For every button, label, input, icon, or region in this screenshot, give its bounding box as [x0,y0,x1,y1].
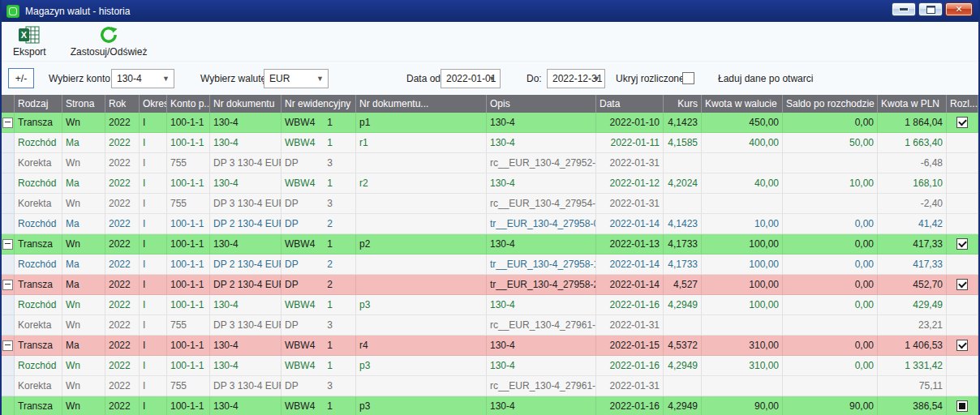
cell-okres: I [140,295,167,315]
doc-type: WBW4 [285,400,315,412]
currency-select[interactable]: EUR ▼ [264,69,329,88]
cell-saldo-po-rozchodzie: 0,00 [783,255,878,275]
column-header-11[interactable]: Kurs [664,95,702,113]
table-row[interactable]: TranszaMa2022I100-1-1DP 2 130-4 EURDP2tr… [2,275,978,295]
column-header-1[interactable]: Rodzaj [15,95,62,113]
table-row[interactable]: KorektaWn2022I755DP 3 130-4 EURDP3rc__EU… [2,315,978,336]
cell-strona: Wn [62,113,105,133]
column-header-6[interactable]: Nr dokumentu [210,95,282,113]
cell-rodzaj: Transza [15,336,62,356]
cell-expander [2,153,15,173]
cell-kwota-w-walucie: 310,00 [702,336,783,356]
table-row[interactable]: TranszaWn2022I100-1-1130-4WBW41p3130-420… [2,396,978,415]
doc-type: WBW4 [285,299,315,310]
expander-icon[interactable] [2,340,13,351]
column-header-12[interactable]: Kwota w walucie [702,95,783,113]
expand-collapse-all-button[interactable]: +/- [8,68,34,88]
cell-konto: 100-1-1 [167,214,210,234]
cell-konto: 755 [167,376,210,396]
column-header-expander[interactable] [2,95,15,113]
column-header-14[interactable]: Kwota w PLN [878,95,947,113]
hide-settled-checkbox[interactable] [682,72,694,84]
account-select[interactable]: 130-4 ▼ [111,69,174,88]
table-row[interactable]: KorektaWn2022I755DP 3 130-4 EURDP3rc__EU… [2,153,978,173]
cell-konto: 755 [167,315,210,336]
column-header-15[interactable]: Rozl... [947,95,978,113]
cell-rodzaj: Korekta [15,315,62,336]
column-header-4[interactable]: Okres [140,95,167,113]
doc-type: WBW4 [285,340,315,351]
column-header-7[interactable]: Nr ewidencyjny [282,95,356,113]
cell-rozliczone [947,396,978,415]
cell-rok: 2022 [105,376,140,396]
column-header-10[interactable]: Data [596,95,664,113]
table-row[interactable]: RozchódMa2022I100-1-1DP 2 130-4 EURDP2tr… [2,214,978,234]
table-row[interactable]: RozchódMa2022I100-1-1130-4WBW41r2130-420… [2,173,978,194]
minimize-button[interactable] [892,2,916,16]
restore-button[interactable] [918,2,943,16]
refresh-button[interactable]: Zastosuj/Odśwież [66,24,153,59]
table-row[interactable]: TranszaWn2022I100-1-1130-4WBW41p2130-420… [2,234,978,255]
table-row[interactable]: RozchódWn2022I100-1-1130-4WBW41p3130-420… [2,356,978,376]
cell-rodzaj: Rozchód [15,133,62,153]
expander-icon[interactable] [2,239,13,250]
cell-rok: 2022 [105,113,140,133]
cell-data: 2022-01-31 [596,194,664,214]
cell-kwota-w-pln: 429,49 [878,295,947,315]
column-header-8[interactable]: Nr dokumentu... [356,95,487,113]
load-on-open-label: Ładuj dane po otwarci [718,62,813,96]
cell-opis: rc__EUR_130-4_27961-1 [487,376,596,396]
table-row[interactable]: KorektaWn2022I755DP 3 130-4 EURDP3rc__EU… [2,376,978,396]
cell-saldo-po-rozchodzie: 0,00 [783,113,878,133]
cell-kurs [664,194,702,214]
cell-rozliczone [947,255,978,275]
cell-data: 2022-01-16 [596,295,664,315]
table-row[interactable]: RozchódMa2022I100-1-1DP 2 130-4 EURDP2tr… [2,255,978,275]
cell-rodzaj: Rozchód [15,295,62,315]
cell-kwota-w-walucie: 100,00 [702,255,783,275]
column-header-13[interactable]: Saldo po rozchodzie [783,95,878,113]
date-from-label: Data od: [406,62,443,96]
cell-rodzaj: Korekta [15,376,62,396]
column-header-2[interactable]: Strona [62,95,105,113]
window-controls: ✕ [892,2,973,16]
settled-checkbox[interactable] [956,117,968,128]
cell-nr-dokumentu-2 [356,315,487,336]
cell-strona: Wn [62,356,105,376]
cell-kurs: 4,2949 [664,396,702,415]
cell-data: 2022-01-31 [596,153,664,173]
cell-opis: 130-4 [487,356,596,376]
table-row[interactable]: RozchódWn2022I100-1-1130-4WBW41p3130-420… [2,295,978,315]
cell-rodzaj: Rozchód [15,255,62,275]
settled-checkbox[interactable] [956,238,968,250]
cell-expander [2,315,15,336]
date-to-select[interactable]: 2022-12-31 ▼ [547,69,605,88]
close-button[interactable]: ✕ [945,2,973,16]
column-header-9[interactable]: Opis [487,95,596,113]
cell-kwota-w-walucie [702,315,783,336]
cell-saldo-po-rozchodzie: 0,00 [783,336,878,356]
settled-checkbox[interactable] [956,340,968,351]
minimize-icon [899,8,909,11]
date-from-select[interactable]: 2022-01-01 ▼ [441,69,501,88]
table-row[interactable]: RozchódMa2022I100-1-1130-4WBW41r1130-420… [2,133,978,153]
cell-strona: Ma [62,336,105,356]
cell-nr-ewidencyjny: WBW41 [282,234,356,255]
table-row[interactable]: TranszaMa2022I100-1-1130-4WBW41r4130-420… [2,336,978,356]
cell-nr-ewidencyjny: WBW41 [282,336,356,356]
cell-rozliczone [947,275,978,295]
column-header-5[interactable]: Konto p... [167,95,210,113]
settled-checkbox[interactable] [956,400,968,412]
table-row[interactable]: KorektaWn2022I755DP 3 130-4 EURDP3rc__EU… [2,194,978,214]
settled-checkbox[interactable] [956,279,968,290]
expander-icon[interactable] [2,280,13,290]
doc-type: WBW4 [285,117,315,128]
cell-expander [2,214,15,234]
expander-icon[interactable] [2,118,13,128]
cell-kurs: 4,1423 [664,214,702,234]
doc-number: 1 [327,137,333,148]
export-button[interactable]: X Eksport [8,24,51,59]
table-row[interactable]: TranszaWn2022I100-1-1130-4WBW41p1130-420… [2,113,978,133]
column-header-3[interactable]: Rok [105,95,140,113]
cell-rozliczone [947,356,978,376]
